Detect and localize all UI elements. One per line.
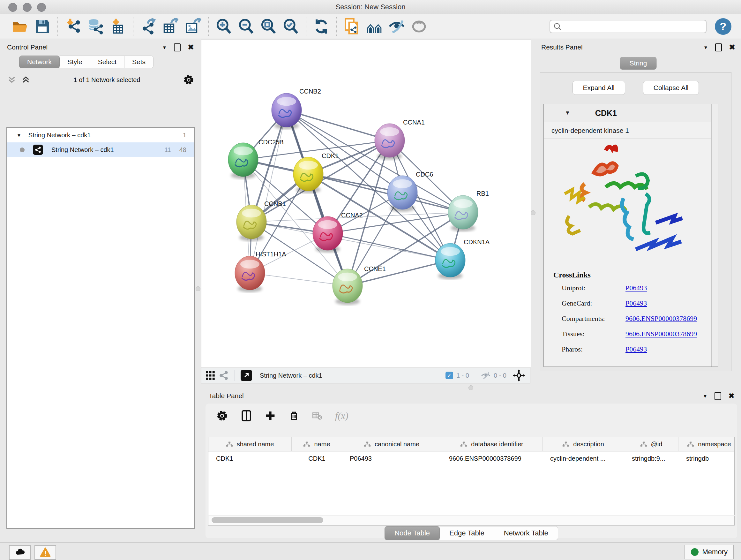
zoom-out-button[interactable] — [237, 17, 255, 36]
node-HIST1H1A[interactable]: HIST1H1A — [235, 251, 286, 292]
import-network-from-file-button[interactable] — [64, 17, 82, 36]
new-network-from-selection-button[interactable] — [343, 17, 361, 36]
crosslink-link[interactable]: 9606.ENSP00000378699 — [625, 314, 697, 323]
export-image-button[interactable] — [184, 17, 202, 36]
hscroll-thumb[interactable] — [212, 517, 323, 523]
import-network-from-database-button[interactable] — [86, 17, 105, 36]
selected-checkbox-icon[interactable]: ✓ — [446, 372, 453, 379]
node-CCNB2[interactable]: CCNB2 — [272, 88, 321, 129]
tree-caret-icon[interactable]: ▼ — [17, 132, 21, 138]
add-column-icon[interactable] — [265, 410, 276, 421]
column-header-description[interactable]: description — [542, 437, 624, 451]
hide-selected-button[interactable] — [387, 17, 406, 36]
cell-namespace[interactable]: stringdb — [678, 455, 735, 462]
show-columns-icon[interactable] — [241, 410, 252, 422]
function-builder-icon[interactable]: f(x) — [335, 410, 348, 421]
expand-all-icon[interactable] — [21, 75, 30, 84]
cell-shared-name[interactable]: CDK1 — [208, 455, 292, 462]
memory-button[interactable]: Memory — [684, 545, 734, 559]
network-graph[interactable]: CCNB2CCNA1CDC25BCDK1CDC6RB1CCNB1CCNA2CDK… — [201, 40, 531, 368]
collapse-all-icon[interactable] — [7, 75, 17, 84]
panel-menu-caret-icon[interactable]: ▼ — [703, 393, 708, 399]
export-table-button[interactable] — [161, 17, 180, 36]
column-header-name[interactable]: name — [292, 437, 342, 451]
edge-CCNA2-CDKN1A[interactable] — [328, 233, 450, 260]
results-scrollbar[interactable] — [711, 104, 718, 367]
panel-menu-caret-icon[interactable]: ▼ — [703, 45, 708, 50]
save-session-button[interactable] — [33, 17, 52, 36]
edge-CDKN1A-CCNE1[interactable] — [347, 260, 450, 286]
node-CCNA1[interactable]: CCNA1 — [375, 119, 425, 160]
column-header-database-identifier[interactable]: database identifier — [441, 437, 542, 451]
tab-sets[interactable]: Sets — [125, 56, 153, 68]
crosslink-link[interactable]: P06493 — [625, 284, 647, 292]
network-collection-row[interactable]: ▼ String Network – cdk1 1 — [7, 128, 194, 142]
tab-style[interactable]: Style — [60, 56, 90, 68]
open-session-button[interactable] — [11, 17, 29, 36]
close-panel-icon[interactable]: ✖ — [188, 44, 194, 51]
open-in-browser-icon[interactable] — [241, 370, 252, 381]
node-RB1[interactable]: RB1 — [448, 190, 489, 232]
edge-CCNB2-CCNE1[interactable] — [286, 110, 347, 286]
float-panel-icon[interactable] — [715, 44, 722, 51]
gene-card-header[interactable]: ▼ CDK1 — [544, 104, 718, 122]
export-network-button[interactable] — [139, 17, 158, 36]
network-overview-icon[interactable] — [219, 370, 229, 381]
collapse-all-button[interactable]: Collapse All — [643, 81, 699, 95]
float-panel-icon[interactable] — [174, 44, 181, 51]
tab-edge-table[interactable]: Edge Table — [440, 526, 494, 540]
crosslink-link[interactable]: P06493 — [625, 299, 647, 307]
column-header-namespace[interactable]: namespace — [678, 437, 735, 451]
zoom-in-button[interactable] — [214, 17, 233, 36]
birds-eye-grid-icon[interactable] — [205, 370, 215, 381]
first-neighbors-button[interactable] — [365, 17, 384, 36]
crosslink-link[interactable]: P06493 — [625, 345, 647, 354]
collapse-caret-icon[interactable]: ▼ — [565, 110, 570, 116]
node-CDKN1A[interactable]: CDKN1A — [435, 239, 490, 279]
import-table-from-file-button[interactable] — [109, 17, 127, 36]
fit-selected-button[interactable] — [281, 17, 300, 36]
table-row[interactable]: CDK1CDK1P064939606.ENSP00000378699cyclin… — [208, 451, 734, 465]
pan-crosshair-icon[interactable] — [513, 369, 525, 381]
panel-menu-caret-icon[interactable]: ▼ — [162, 45, 167, 50]
crosslink-link[interactable]: 9606.ENSP00000378699 — [625, 330, 697, 338]
edge-CCNB2-CCNA1[interactable] — [286, 110, 390, 140]
column-header-canonical-name[interactable]: canonical name — [342, 437, 441, 451]
tab-node-table[interactable]: Node Table — [385, 526, 440, 540]
edge-CCNB2-HIST1H1A[interactable] — [250, 110, 286, 273]
fit-content-button[interactable] — [259, 17, 278, 36]
cell-description[interactable]: cyclin-dependent ... — [542, 455, 624, 462]
network-canvas[interactable]: CCNB2CCNA1CDC25BCDK1CDC6RB1CCNB1CCNA2CDK… — [201, 40, 531, 368]
tab-string[interactable]: String — [620, 57, 657, 70]
cloud-status-button[interactable] — [9, 545, 30, 560]
node-CDK1[interactable]: CDK1 — [293, 152, 339, 193]
delete-column-icon[interactable] — [288, 410, 299, 421]
left-splitter-handle[interactable] — [196, 287, 200, 291]
cell-canonical-name[interactable]: P06493 — [342, 455, 441, 462]
expand-all-button[interactable]: Expand All — [572, 81, 625, 95]
delete-table-icon[interactable] — [312, 411, 322, 421]
gear-icon[interactable] — [216, 410, 228, 422]
float-panel-icon[interactable] — [715, 392, 721, 400]
bottom-splitter-handle[interactable] — [468, 385, 473, 390]
network-row[interactable]: String Network – cdk1 11 48 — [7, 142, 194, 157]
close-panel-icon[interactable]: ✖ — [728, 392, 735, 400]
node-CCNE1[interactable]: CCNE1 — [333, 265, 386, 305]
gear-icon[interactable] — [183, 74, 194, 85]
close-panel-icon[interactable]: ✖ — [729, 44, 735, 51]
tab-select[interactable]: Select — [90, 56, 125, 68]
apply-layout-button[interactable] — [312, 17, 331, 36]
right-splitter-handle[interactable] — [531, 210, 536, 215]
tab-network-table[interactable]: Network Table — [494, 526, 558, 540]
column-header-shared-name[interactable]: shared name — [208, 437, 292, 451]
warnings-button[interactable] — [35, 545, 56, 560]
help-button[interactable]: ? — [715, 18, 731, 35]
cell-@id[interactable]: stringdb:9... — [624, 455, 678, 462]
cell-name[interactable]: CDK1 — [292, 455, 342, 462]
column-header-@id[interactable]: @id — [624, 437, 678, 451]
cell-database-identifier[interactable]: 9606.ENSP00000378699 — [441, 455, 542, 462]
edge-CDK1-RB1[interactable] — [308, 174, 463, 212]
tab-network[interactable]: Network — [19, 56, 60, 68]
show-all-button[interactable] — [410, 17, 428, 36]
search-input[interactable] — [549, 20, 706, 33]
